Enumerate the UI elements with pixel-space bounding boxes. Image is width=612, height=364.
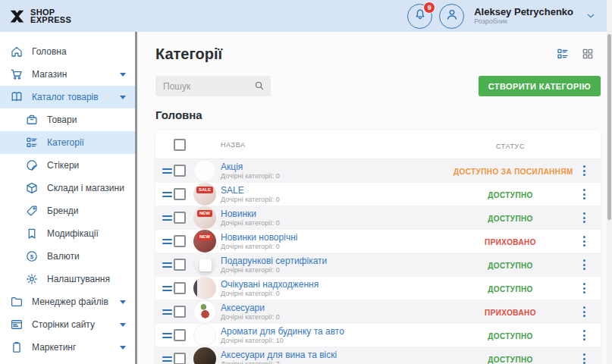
sidebar-item[interactable]: Каталог товарів xyxy=(0,86,135,108)
column-header-name: НАЗВА xyxy=(221,141,454,149)
sidebar-item[interactable]: Головна xyxy=(0,40,135,63)
sidebar-item[interactable]: Стікери xyxy=(0,154,135,177)
sidebar-item[interactable]: Магазин xyxy=(0,63,135,86)
kebab-menu-icon[interactable] xyxy=(579,233,590,249)
row-checkbox[interactable] xyxy=(174,212,186,224)
sidebar-item[interactable]: Сторінки сайту xyxy=(0,313,135,336)
thumbnail-badge: NEW xyxy=(197,234,212,240)
category-name-link[interactable]: Аксесуари xyxy=(221,303,454,313)
chevron-down-icon xyxy=(120,346,126,353)
notifications-button[interactable]: 9 xyxy=(407,4,432,29)
category-name-link[interactable]: Аромати для будинку та авто xyxy=(221,326,454,337)
category-children-count: Дочірні категорії: 0 xyxy=(221,313,454,322)
sidebar-item[interactable]: Бренди xyxy=(0,199,135,222)
sidebar-item-label: Стікери xyxy=(47,160,79,171)
drag-handle-icon[interactable] xyxy=(161,283,174,294)
category-name-link[interactable]: Новинки новорічні xyxy=(221,232,454,243)
sidebar-item[interactable]: Налаштування xyxy=(0,268,135,290)
category-thumbnail: NEW xyxy=(193,230,216,253)
chevron-down-icon[interactable] xyxy=(585,10,597,22)
avatar[interactable] xyxy=(439,4,464,29)
thumbnail-badge: NEW xyxy=(197,210,212,217)
drag-handle-icon[interactable] xyxy=(161,165,174,177)
drag-handle-icon[interactable] xyxy=(161,353,174,364)
kebab-menu-icon[interactable] xyxy=(579,350,590,364)
page-scrollbar[interactable] xyxy=(607,0,612,364)
row-checkbox[interactable] xyxy=(174,188,186,200)
category-name-link[interactable]: Очікувані надходження xyxy=(221,279,454,290)
category-name-link[interactable]: Подарункові сертифікати xyxy=(221,256,454,266)
row-checkbox[interactable] xyxy=(174,353,186,364)
category-name-link[interactable]: Аксесуари для вина та віскі xyxy=(221,350,454,360)
scrollbar-thumb[interactable] xyxy=(607,34,611,220)
user-menu[interactable]: Aleksey Petrychenko Розробник xyxy=(474,6,573,26)
sidebar-item[interactable]: Маркетинг xyxy=(0,336,135,359)
create-category-button[interactable]: СТВОРИТИ КАТЕГОРІЮ xyxy=(479,76,601,96)
table-row: Аксесуари для вина та віскі Дочірні кате… xyxy=(155,347,601,364)
category-name-link[interactable]: Акція xyxy=(221,162,454,172)
notification-count-badge: 9 xyxy=(423,2,435,14)
status-badge: ДОСТУПНО xyxy=(488,285,533,293)
kebab-menu-icon[interactable] xyxy=(579,186,590,202)
sidebar-item-label: Категорії xyxy=(47,137,84,148)
category-thumbnail: SALE xyxy=(193,183,216,206)
row-checkbox[interactable] xyxy=(174,329,186,341)
category-name-link[interactable]: Новинки xyxy=(221,209,454,219)
row-checkbox[interactable] xyxy=(174,165,186,177)
kebab-menu-icon[interactable] xyxy=(579,280,590,297)
category-thumbnail xyxy=(193,159,216,182)
marketing-icon xyxy=(10,340,24,354)
row-checkbox[interactable] xyxy=(174,282,186,294)
sidebar: Головна Магазин Каталог товарів Товари xyxy=(0,32,135,364)
drag-handle-icon[interactable] xyxy=(161,306,174,318)
select-all-checkbox[interactable] xyxy=(174,139,186,151)
category-children-count: Дочірні категорії: 0 xyxy=(221,243,454,251)
category-name-link[interactable]: SALE xyxy=(221,185,454,196)
list-view-icon[interactable] xyxy=(556,47,570,61)
sidebar-item[interactable]: Менеджер файлів xyxy=(0,290,135,313)
sidebar-item-label: Головна xyxy=(32,46,67,57)
kebab-menu-icon[interactable] xyxy=(579,162,590,179)
table-row: Очікувані надходження Дочірні категорії:… xyxy=(155,277,601,300)
sidebar-item[interactable]: Товари xyxy=(0,108,135,131)
kebab-menu-icon[interactable] xyxy=(579,209,590,226)
kebab-menu-icon[interactable] xyxy=(579,256,590,273)
table-row: Акція Дочірні категорії: 0 ДОСТУПНО ЗА П… xyxy=(155,159,601,183)
cart-icon xyxy=(10,67,24,81)
sidebar-item-label: Маркетинг xyxy=(32,342,76,353)
drag-handle-icon[interactable] xyxy=(161,212,174,224)
sidebar-item-label: Сторінки сайту xyxy=(32,319,95,330)
chevron-down-icon xyxy=(120,73,126,80)
category-children-count: Дочірні категорії: 0 xyxy=(221,219,454,228)
row-checkbox[interactable] xyxy=(174,235,186,247)
svg-text:$: $ xyxy=(30,253,34,260)
search-icon xyxy=(253,80,265,92)
drag-handle-icon[interactable] xyxy=(161,189,174,200)
row-checkbox[interactable] xyxy=(174,306,186,318)
sidebar-item-label: Менеджер файлів xyxy=(32,297,108,307)
logo-line2: EXPRESS xyxy=(30,16,71,24)
status-badge: ДОСТУПНО ЗА ПОСИЛАННЯМ xyxy=(454,168,573,176)
kebab-menu-icon[interactable] xyxy=(579,327,590,344)
modifications-icon xyxy=(25,227,39,240)
sidebar-item[interactable]: Модифікації xyxy=(0,222,135,245)
site-pages-icon xyxy=(10,318,24,331)
warehouses-icon xyxy=(25,181,39,195)
kebab-menu-icon[interactable] xyxy=(579,303,590,320)
sidebar-item[interactable]: $ Валюти xyxy=(0,245,135,268)
drag-handle-icon[interactable] xyxy=(161,236,174,247)
table-row: Аромати для будинку та авто Дочірні кате… xyxy=(155,324,601,347)
category-thumbnail xyxy=(193,253,216,276)
drag-handle-icon[interactable] xyxy=(161,259,174,271)
status-badge: ДОСТУПНО xyxy=(488,215,533,223)
shop-express-logo[interactable]: SHOP EXPRESS xyxy=(9,8,71,24)
sidebar-item-label: Валюти xyxy=(47,251,80,262)
sidebar-item[interactable]: Категорії xyxy=(0,131,135,154)
category-children-count: Дочірні категорії: 0 xyxy=(221,290,454,298)
grid-view-icon[interactable] xyxy=(581,47,595,61)
chevron-down-icon xyxy=(120,323,126,330)
sidebar-item[interactable]: Склади і магазини xyxy=(0,177,135,199)
row-checkbox[interactable] xyxy=(174,259,186,271)
category-children-count: Дочірні категорії: 0 xyxy=(221,172,454,180)
drag-handle-icon[interactable] xyxy=(161,330,174,341)
